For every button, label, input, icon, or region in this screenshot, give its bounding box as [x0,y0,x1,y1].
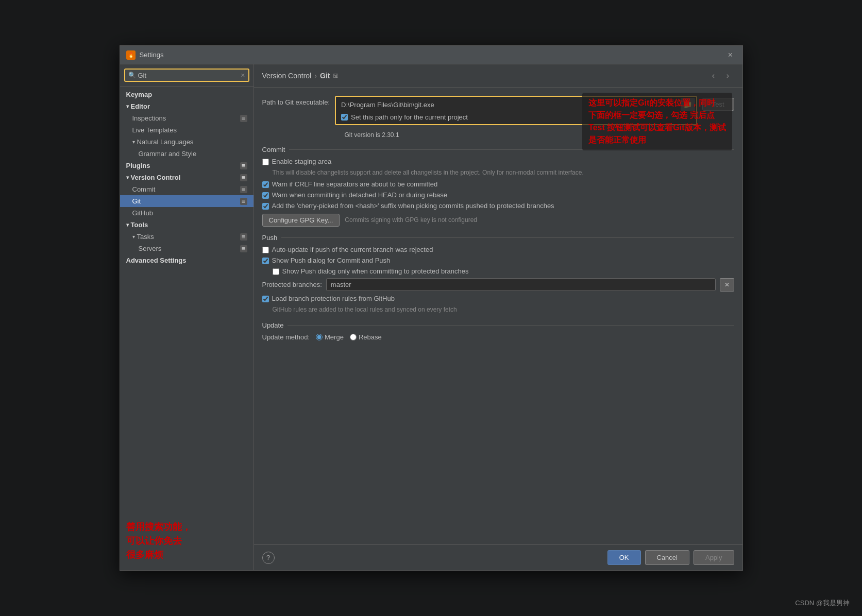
inspections-badge: ≡ [240,115,247,122]
set-path-label[interactable]: Set this path only for the current proje… [351,113,468,121]
show-push-protected-row: Show Push dialog only when committing to… [273,267,734,275]
update-method-row: Update method: Merge Rebase [262,333,734,341]
tasks-badge: ≡ [240,233,247,241]
breadcrumb-icon: 🖫 [333,73,339,79]
show-push-protected-label[interactable]: Show Push dialog only when committing to… [282,267,469,275]
update-method-label: Update method: [262,333,310,341]
ok-button[interactable]: OK [607,550,641,565]
sidebar-item-inspections[interactable]: Inspections ≡ [120,112,253,124]
sidebar-item-github[interactable]: GitHub [120,207,253,219]
breadcrumb-current: Git [320,72,330,80]
set-path-checkbox[interactable] [341,114,348,121]
rebase-option[interactable]: Rebase [350,333,382,341]
settings-dialog: 🔥 Settings × 🔍 × Keym [120,45,743,571]
gpg-row: Configure GPG Key... Commits signing wit… [262,214,734,227]
merge-radio[interactable] [316,334,323,340]
warn-crlf-row: Warn if CRLF line separators are about t… [262,180,734,188]
cancel-button[interactable]: Cancel [645,550,689,565]
sidebar-list: Keymap ▾ Editor Inspections ≡ Live Templ… [120,87,253,512]
staging-note: This will disable changelists support an… [273,168,734,177]
title-bar: 🔥 Settings × [120,46,742,64]
cherry-pick-checkbox[interactable] [262,203,269,210]
sidebar-item-advanced-settings[interactable]: Advanced Settings [120,254,253,266]
configure-gpg-button[interactable]: Configure GPG Key... [262,214,340,227]
editor-collapse-arrow: ▾ [126,104,129,109]
protected-branches-input[interactable] [326,278,716,291]
sidebar-item-live-templates[interactable]: Live Templates [120,124,253,136]
protected-branches-button[interactable]: ✕ [720,278,734,292]
enable-staging-row: Enable staging area [262,158,734,165]
push-section-header: Push [262,234,734,242]
main-content: Version Control › Git 🖫 ‹ › 这里可以指定Git的安装… [254,64,742,570]
warn-detached-label[interactable]: Warn when committing in detached HEAD or… [272,191,448,199]
sidebar-item-plugins[interactable]: Plugins ≡ [120,160,253,172]
dialog-footer: ? OK Cancel Apply [254,544,742,570]
cherry-pick-row: Add the 'cherry-picked from <hash>' suff… [262,202,734,210]
main-scroll-area[interactable]: 这里可以指定Git的安装位置，同时下面的框一定要勾选，勾选 完后点Test 按钮… [254,88,742,544]
load-rules-checkbox[interactable] [262,296,269,302]
sidebar-annotation: 善用搜索功能，可以让你免去很多麻烦 [126,520,247,562]
plugins-badge: ≡ [240,162,247,169]
auto-update-checkbox[interactable] [262,247,269,253]
sidebar-item-grammar[interactable]: Grammar and Style [120,148,253,160]
help-button[interactable]: ? [262,552,275,564]
protected-label: Protected branches: [262,281,322,288]
servers-badge: ≡ [240,245,247,252]
breadcrumb-separator: › [314,72,317,80]
sidebar-item-editor[interactable]: ▾ Editor [120,100,253,112]
search-icon: 🔍 [128,72,136,79]
warn-detached-checkbox[interactable] [262,192,269,199]
dialog-body: 🔍 × Keymap ▾ Editor Inspections [120,64,742,570]
close-button[interactable]: × [725,49,736,61]
auto-update-row: Auto-update if push of the current branc… [262,246,734,253]
search-input[interactable] [138,72,241,79]
show-push-protected-checkbox[interactable] [273,268,279,275]
warn-crlf-label[interactable]: Warn if CRLF line separators are about t… [272,180,438,188]
sidebar-item-servers[interactable]: Servers ≡ [120,243,253,254]
show-push-dialog-row: Show Push dialog for Commit and Push [262,256,734,264]
gpg-status-text: Commits signing with GPG key is not conf… [345,216,477,224]
sidebar-item-natural-languages[interactable]: ▾ Natural Languages [120,136,253,148]
tools-collapse-arrow: ▾ [126,222,129,228]
rebase-radio[interactable] [350,334,357,340]
protected-branches-row: Protected branches: ✕ [262,278,734,292]
search-input-wrap: 🔍 × [124,69,249,82]
nav-forward-button[interactable]: › [722,70,734,82]
sidebar-item-tools[interactable]: ▾ Tools [120,219,253,231]
enable-staging-checkbox[interactable] [262,159,269,165]
sidebar-item-tasks[interactable]: ▾ Tasks ≡ [120,231,253,243]
search-bar: 🔍 × [120,64,253,87]
watermark: CSDN @我是男神 [795,598,850,608]
breadcrumb: Version Control › Git 🖫 [262,72,339,80]
warn-crlf-checkbox[interactable] [262,181,269,188]
breadcrumb-parent: Version Control [262,72,312,80]
sidebar-item-commit[interactable]: Commit ≡ [120,183,253,195]
natural-collapse-arrow: ▾ [132,139,135,145]
app-icon: 🔥 [126,50,136,60]
merge-option[interactable]: Merge [316,333,344,341]
path-label: Path to Git executable: [262,96,330,106]
apply-button[interactable]: Apply [694,550,734,565]
update-section-header: Update [262,321,734,329]
vc-collapse-arrow: ▾ [126,175,129,180]
enable-staging-label[interactable]: Enable staging area [272,158,332,165]
show-push-dialog-checkbox[interactable] [262,258,269,264]
load-rules-label[interactable]: Load branch protection rules from GitHub [272,295,395,302]
git-badge: ≡ [240,198,247,205]
nav-back-button[interactable]: ‹ [707,70,720,82]
sidebar-item-keymap[interactable]: Keymap [120,89,253,100]
footer-buttons: OK Cancel Apply [607,550,734,565]
sidebar-item-version-control[interactable]: ▾ Version Control ≡ [120,172,253,183]
nav-arrows: ‹ › [707,70,734,82]
show-push-dialog-label[interactable]: Show Push dialog for Commit and Push [272,256,391,264]
load-rules-row: Load branch protection rules from GitHub [262,295,734,302]
main-header: Version Control › Git 🖫 ‹ › [254,64,742,88]
sidebar-item-git[interactable]: Git ≡ [120,195,253,207]
search-clear-icon[interactable]: × [241,71,245,79]
rules-note: GitHub rules are added to the local rule… [273,305,734,314]
auto-update-label[interactable]: Auto-update if push of the current branc… [272,246,433,253]
tasks-collapse-arrow: ▾ [132,234,135,239]
dialog-title: Settings [140,51,725,59]
vc-badge: ≡ [240,174,247,181]
cherry-pick-label[interactable]: Add the 'cherry-picked from <hash>' suff… [272,202,554,210]
